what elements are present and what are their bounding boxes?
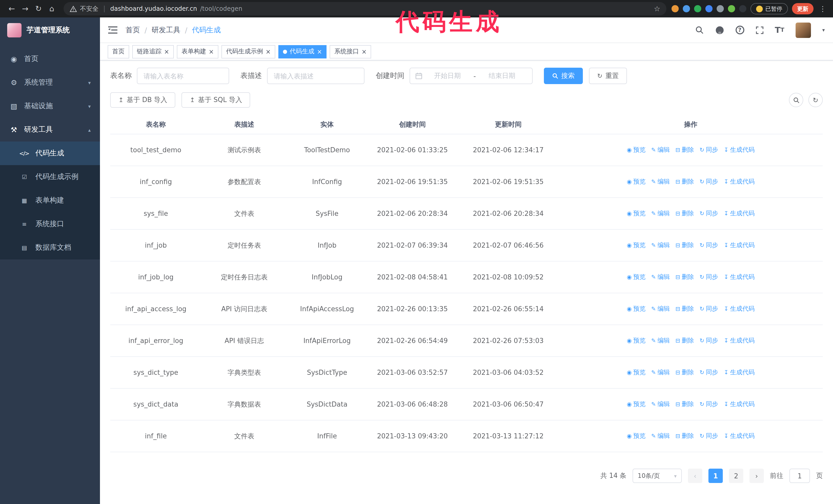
font-size-icon[interactable]: TT xyxy=(775,25,784,35)
generate-code-link[interactable]: ↧生成代码 xyxy=(724,209,755,218)
bookmark-star-icon[interactable]: ☆ xyxy=(654,5,660,13)
next-page-button[interactable]: › xyxy=(749,469,764,483)
page-button-2[interactable]: 2 xyxy=(729,469,743,483)
generate-code-link[interactable]: ↧生成代码 xyxy=(724,241,755,250)
sidebar-item-devtools[interactable]: ⚒ 研发工具 ▴ xyxy=(0,118,100,142)
sidebar-item-system-mgmt[interactable]: ⚙ 系统管理 ▾ xyxy=(0,71,100,94)
preview-link[interactable]: ◉预览 xyxy=(627,273,646,282)
breadcrumb-devtools[interactable]: 研发工具 xyxy=(151,25,180,34)
sync-link[interactable]: ↻同步 xyxy=(700,336,718,345)
preview-link[interactable]: ◉预览 xyxy=(627,209,646,218)
toggle-search-button[interactable] xyxy=(789,93,803,107)
chrome-menu-icon[interactable]: ⋮ xyxy=(818,5,828,13)
edit-link[interactable]: ✎编辑 xyxy=(651,336,670,345)
profile-paused-badge[interactable]: 已暂停 xyxy=(751,3,788,14)
import-sql-button[interactable]: ↥ 基于 SQL 导入 xyxy=(182,92,251,108)
sidebar-item-form-builder[interactable]: ▦ 表单构建 xyxy=(0,189,100,212)
sidebar-item-codegen[interactable]: </> 代码生成 xyxy=(0,142,100,165)
github-icon[interactable] xyxy=(715,25,724,34)
url-bar[interactable]: 不安全 dashboard.yudao.iocoder.cn/tool/code… xyxy=(64,2,666,16)
tab-codegen-example[interactable]: 代码生成示例 × xyxy=(221,45,275,58)
back-icon[interactable]: ← xyxy=(5,2,19,16)
import-db-button[interactable]: ↥ 基于 DB 导入 xyxy=(110,92,175,108)
forward-icon[interactable]: → xyxy=(19,2,32,16)
preview-link[interactable]: ◉预览 xyxy=(627,241,646,250)
preview-link[interactable]: ◉预览 xyxy=(627,146,646,154)
tab-system-api[interactable]: 系统接口 × xyxy=(330,45,372,58)
edit-link[interactable]: ✎编辑 xyxy=(651,241,670,250)
edit-link[interactable]: ✎编辑 xyxy=(651,305,670,313)
generate-code-link[interactable]: ↧生成代码 xyxy=(724,146,755,154)
sync-link[interactable]: ↻同步 xyxy=(700,400,718,409)
app-logo[interactable]: 芋道管理系统 xyxy=(0,18,100,43)
sidebar-item-infrastructure[interactable]: ▧ 基础设施 ▾ xyxy=(0,94,100,118)
sync-link[interactable]: ↻同步 xyxy=(700,273,718,282)
sync-link[interactable]: ↻同步 xyxy=(700,368,718,377)
close-icon[interactable]: × xyxy=(362,48,367,55)
sidebar-toggle-icon[interactable] xyxy=(108,26,117,34)
extension-icon[interactable] xyxy=(717,5,724,12)
generate-code-link[interactable]: ↧生成代码 xyxy=(724,336,755,345)
edit-link[interactable]: ✎编辑 xyxy=(651,146,670,154)
delete-link[interactable]: ⊟删除 xyxy=(675,432,694,440)
generate-code-link[interactable]: ↧生成代码 xyxy=(724,273,755,282)
reset-button[interactable]: ↻ 重置 xyxy=(589,68,627,84)
extension-icon[interactable] xyxy=(739,5,746,12)
sync-link[interactable]: ↻同步 xyxy=(700,146,718,154)
sidebar-item-system-api[interactable]: ≡ 系统接口 xyxy=(0,212,100,236)
help-icon[interactable]: ? xyxy=(735,26,744,34)
edit-link[interactable]: ✎编辑 xyxy=(651,368,670,377)
extension-icon[interactable] xyxy=(728,5,735,12)
generate-code-link[interactable]: ↧生成代码 xyxy=(724,177,755,186)
delete-link[interactable]: ⊟删除 xyxy=(675,273,694,282)
home-icon[interactable]: ⌂ xyxy=(45,2,58,16)
delete-link[interactable]: ⊟删除 xyxy=(675,305,694,313)
page-button-1[interactable]: 1 xyxy=(709,469,723,483)
tab-form-builder[interactable]: 表单构建 × xyxy=(177,45,218,58)
search-icon[interactable] xyxy=(695,26,704,34)
date-range-picker[interactable]: 开始日期 - 结束日期 xyxy=(410,68,532,84)
search-button[interactable]: 搜索 xyxy=(544,68,583,84)
sidebar-item-home[interactable]: ◉ 首页 xyxy=(0,47,100,71)
preview-link[interactable]: ◉预览 xyxy=(627,305,646,313)
table-desc-input[interactable] xyxy=(267,68,364,84)
sync-link[interactable]: ↻同步 xyxy=(700,305,718,313)
delete-link[interactable]: ⊟删除 xyxy=(675,336,694,345)
delete-link[interactable]: ⊟删除 xyxy=(675,368,694,377)
close-icon[interactable]: × xyxy=(164,48,169,55)
sync-link[interactable]: ↻同步 xyxy=(700,177,718,186)
sidebar-item-codegen-example[interactable]: ☑ 代码生成示例 xyxy=(0,165,100,189)
delete-link[interactable]: ⊟删除 xyxy=(675,241,694,250)
breadcrumb-home[interactable]: 首页 xyxy=(125,25,140,34)
extension-icon[interactable] xyxy=(671,5,679,12)
reload-icon[interactable]: ↻ xyxy=(32,2,45,16)
generate-code-link[interactable]: ↧生成代码 xyxy=(724,400,755,409)
chrome-update-button[interactable]: 更新 xyxy=(792,3,813,14)
page-size-select[interactable]: 10条/页 ▾ xyxy=(633,469,682,483)
edit-link[interactable]: ✎编辑 xyxy=(651,400,670,409)
prev-page-button[interactable]: ‹ xyxy=(688,469,702,483)
preview-link[interactable]: ◉预览 xyxy=(627,336,646,345)
chevron-down-icon[interactable]: ▾ xyxy=(822,27,825,33)
generate-code-link[interactable]: ↧生成代码 xyxy=(724,305,755,313)
edit-link[interactable]: ✎编辑 xyxy=(651,177,670,186)
close-icon[interactable]: × xyxy=(209,48,214,55)
delete-link[interactable]: ⊟删除 xyxy=(675,400,694,409)
edit-link[interactable]: ✎编辑 xyxy=(651,209,670,218)
edit-link[interactable]: ✎编辑 xyxy=(651,273,670,282)
extension-icon[interactable] xyxy=(683,5,690,12)
extension-icon[interactable] xyxy=(694,5,701,12)
preview-link[interactable]: ◉预览 xyxy=(627,400,646,409)
tab-codegen[interactable]: 代码生成 × xyxy=(278,45,327,58)
user-avatar[interactable] xyxy=(795,22,811,38)
goto-page-input[interactable] xyxy=(789,469,810,483)
refresh-table-button[interactable]: ↻ xyxy=(808,93,823,107)
generate-code-link[interactable]: ↧生成代码 xyxy=(724,368,755,377)
close-icon[interactable]: × xyxy=(317,48,322,55)
edit-link[interactable]: ✎编辑 xyxy=(651,432,670,440)
tab-home[interactable]: 首页 xyxy=(108,45,129,58)
preview-link[interactable]: ◉预览 xyxy=(627,432,646,440)
sync-link[interactable]: ↻同步 xyxy=(700,241,718,250)
generate-code-link[interactable]: ↧生成代码 xyxy=(724,432,755,440)
sidebar-item-db-doc[interactable]: ▤ 数据库文档 xyxy=(0,236,100,259)
